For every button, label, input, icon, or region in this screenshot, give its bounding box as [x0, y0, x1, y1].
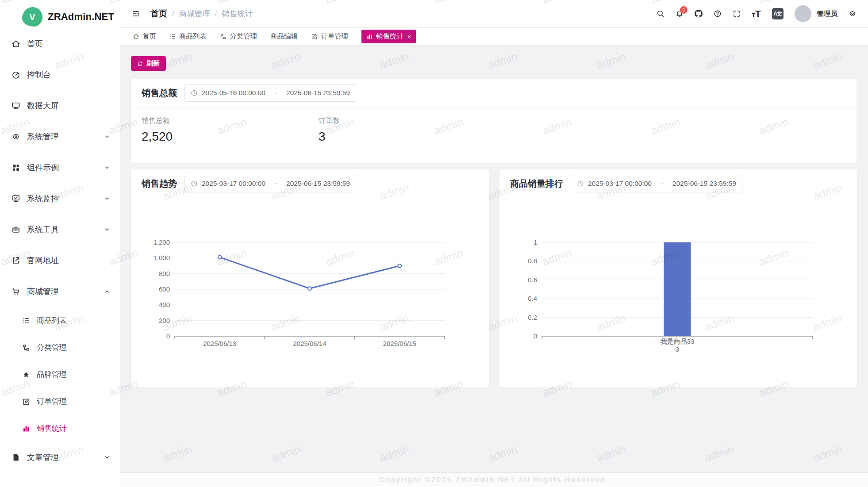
tab-order-admin[interactable]: 订单管理: [311, 32, 348, 41]
sales-trend-card: 销售趋势 2025-03-17 00:00:00 - 2025-06-15 23…: [131, 169, 489, 387]
sidebar-item-monitoring[interactable]: 系统监控: [0, 183, 120, 214]
refresh-label: 刷新: [146, 59, 160, 68]
tab-label: 商品编辑: [270, 32, 298, 41]
svg-text:0.6: 0.6: [528, 276, 537, 284]
card-header: 销售总额 2025-05-16 00:00:00 - 2025-06-15 23…: [131, 79, 856, 107]
sidebar-item-sales-stats[interactable]: 销售统计: [0, 415, 120, 442]
sidebar-item-home[interactable]: 首页: [0, 28, 120, 59]
breadcrumb-home[interactable]: 首页: [150, 8, 167, 19]
svg-text:2025/06/14: 2025/06/14: [293, 340, 326, 347]
date-end: 2025-06-15 23:59:59: [672, 180, 736, 188]
date-end: 2025-06-15 23:59:59: [286, 89, 350, 97]
sidebar-item-product-list[interactable]: 商品列表: [0, 307, 120, 334]
sidebar-item-system-admin[interactable]: 系统管理: [0, 121, 120, 152]
svg-text:0: 0: [534, 332, 537, 340]
tab-product-list[interactable]: 商品列表: [169, 32, 207, 41]
stat-sales-total: 销售总额 2,520: [142, 116, 319, 144]
app-logo[interactable]: V ZRAdmin.NET: [0, 0, 120, 28]
svg-text:3: 3: [676, 345, 679, 353]
product-rank-card: 商品销量排行 2025-03-17 00:00:00 - 2025-06-15 …: [499, 169, 857, 387]
stat-label: 订单数: [319, 116, 495, 126]
sidebar-item-tools[interactable]: 系统工具: [0, 214, 120, 245]
stat-value: 2,520: [142, 130, 319, 144]
date-start: 2025-03-17 00:00:00: [202, 180, 265, 188]
sidebar-item-label: 官网地址: [27, 255, 59, 266]
date-separator: -: [265, 180, 286, 188]
sidebar-item-articles[interactable]: 文章管理: [0, 442, 120, 473]
svg-text:0.4: 0.4: [528, 295, 537, 302]
breadcrumb-sales-stats[interactable]: 销售统计: [222, 8, 253, 19]
github-icon[interactable]: [695, 10, 703, 18]
sidebar-item-order-admin[interactable]: 订单管理: [0, 388, 120, 415]
card-title: 销售趋势: [142, 178, 177, 190]
date-range-picker[interactable]: 2025-05-16 00:00:00 - 2025-06-15 23:59:5…: [184, 84, 356, 102]
user-name[interactable]: 管理员: [817, 9, 838, 19]
tab-home[interactable]: 首页: [133, 32, 156, 41]
sidebar-item-console[interactable]: 控制台: [0, 59, 120, 90]
svg-text:2025/06/13: 2025/06/13: [203, 340, 236, 347]
sidebar-item-category-admin[interactable]: 分类管理: [0, 334, 120, 361]
category-icon: [22, 344, 30, 352]
sidebar-item-website[interactable]: 官网地址: [0, 245, 120, 276]
avatar[interactable]: [795, 5, 811, 22]
sidebar-item-big-screen[interactable]: 数据大屏: [0, 90, 120, 121]
search-icon[interactable]: [657, 10, 664, 18]
chevron-down-icon: [104, 165, 110, 171]
date-range-picker[interactable]: 2025-03-17 00:00:00 - 2025-06-15 23:59:5…: [184, 175, 356, 192]
stat-label: 销售总额: [142, 116, 319, 126]
chevron-up-icon: [104, 288, 110, 295]
date-start: 2025-05-16 00:00:00: [202, 89, 265, 97]
svg-text:1: 1: [534, 238, 537, 246]
sidebar-fold-icon[interactable]: [132, 10, 140, 18]
sidebar-item-components[interactable]: 组件示例: [0, 152, 120, 183]
sidebar-item-label: 销售统计: [37, 423, 67, 433]
date-start: 2025-03-17 00:00:00: [588, 180, 652, 188]
list-icon: [169, 33, 176, 40]
font-size-icon[interactable]: TT: [752, 9, 760, 18]
gear-icon: [12, 132, 20, 141]
logo-letter: V: [29, 12, 35, 22]
settings-gear-icon[interactable]: [849, 10, 856, 18]
card-header: 销售趋势 2025-03-17 00:00:00 - 2025-06-15 23…: [131, 169, 489, 198]
grid-icon: [12, 163, 20, 172]
bar-chart-icon: [22, 425, 30, 433]
app-title: ZRAdmin.NET: [48, 11, 114, 23]
card-header: 商品销量排行 2025-03-17 00:00:00 - 2025-06-15 …: [499, 169, 857, 198]
breadcrumb-mall[interactable]: 商城管理: [179, 8, 210, 19]
big-screen-icon: [12, 101, 20, 110]
sidebar-item-label: 首页: [27, 38, 43, 49]
svg-text:2025/06/15: 2025/06/15: [383, 340, 416, 347]
close-icon[interactable]: ×: [407, 33, 411, 40]
bar-chart-icon: [366, 33, 373, 40]
sidebar-item-brand-admin[interactable]: 品牌管理: [0, 361, 120, 388]
home-icon: [133, 33, 139, 40]
date-range-picker[interactable]: 2025-03-17 00:00:00 - 2025-06-15 23:59:5…: [571, 175, 742, 192]
sidebar-item-mall[interactable]: 商城管理: [0, 276, 120, 307]
help-icon[interactable]: [714, 10, 722, 18]
fullscreen-icon[interactable]: [733, 10, 741, 18]
footer: Copyright ©2025 ZRAdmin.NET All Rights R…: [120, 472, 868, 487]
font-size-small: T: [752, 12, 755, 18]
breadcrumb-separator: /: [215, 9, 217, 18]
notifications-button[interactable]: 1: [676, 10, 684, 18]
edit-icon: [22, 398, 30, 406]
edit-icon: [311, 33, 318, 40]
dashboard-icon: [12, 70, 20, 79]
svg-text:0.8: 0.8: [528, 257, 537, 265]
tab-category-admin[interactable]: 分类管理: [220, 32, 257, 41]
sales-total-card: 销售总额 2025-05-16 00:00:00 - 2025-06-15 23…: [131, 79, 856, 163]
tab-product-edit[interactable]: 商品编辑: [270, 32, 298, 41]
clock-icon: [577, 180, 584, 187]
chevron-down-icon: [104, 196, 110, 202]
svg-text:0.2: 0.2: [528, 314, 537, 321]
chevron-down-icon: [104, 454, 110, 460]
translate-icon[interactable]: A文: [772, 8, 784, 19]
tab-sales-stats[interactable]: 销售统计 ×: [361, 30, 416, 43]
font-size-large: T: [755, 9, 760, 18]
home-icon: [12, 39, 20, 48]
sidebar-item-label: 商城管理: [27, 286, 59, 297]
refresh-button[interactable]: 刷新: [131, 56, 166, 71]
list-icon: [22, 317, 30, 325]
sidebar-item-label: 商品列表: [37, 315, 67, 326]
sidebar-menu: 首页 控制台 数据大屏 系统管理 组件示例 系统监控 系统工具: [0, 28, 120, 473]
